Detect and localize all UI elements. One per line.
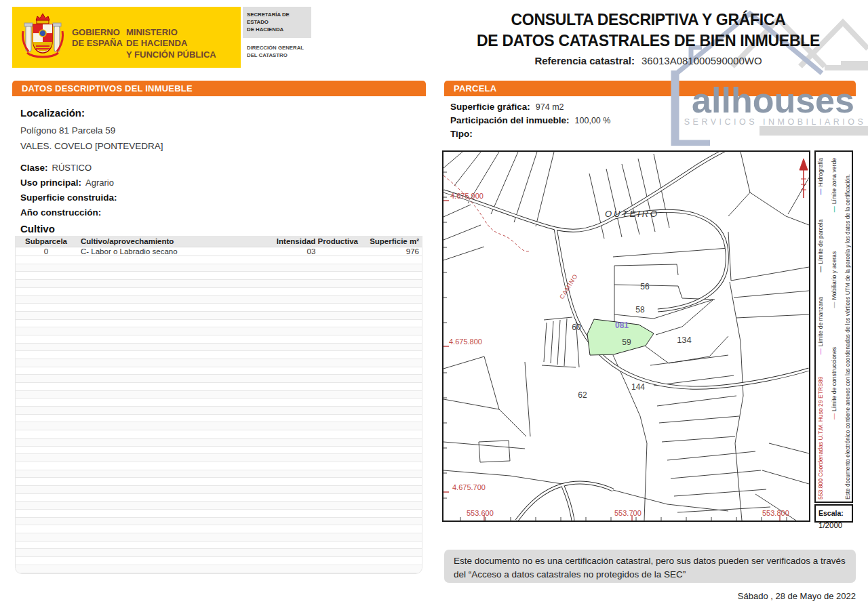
cultivo-empty-row	[16, 422, 422, 430]
legend-entry: —Límite de manzana	[817, 297, 824, 354]
cultivo-cell: 0	[16, 247, 77, 256]
cultivo-empty-row	[16, 454, 422, 462]
superficie-grafica-label: Superficie gráfica:	[450, 102, 530, 112]
legend-swatch-icon: —	[831, 413, 837, 420]
ministerio-label: MINISTERIO DE HACIENDA Y FUNCIÓN PÚBLICA	[126, 27, 216, 60]
col-header-cultivo: Cultivo/aprovechamiento	[77, 236, 260, 247]
cultivo-table-header: Subparcela Cultivo/aprovechamiento Inten…	[16, 236, 422, 247]
legend-swatch-icon: —	[817, 266, 824, 272]
tagline-bar	[760, 126, 868, 136]
parcel-number-58: 58	[635, 305, 645, 314]
cultivo-empty-row	[16, 319, 422, 327]
cultivo-empty-row	[16, 510, 422, 518]
spain-coat-of-arms-icon	[20, 11, 65, 65]
participacion-value: 100,00 %	[575, 116, 611, 125]
cultivo-data-row: 0C- Labor o Labradio secano03976	[16, 247, 422, 256]
legend-entry-label: Mobiliario y aceras	[831, 251, 837, 300]
cultivo-empty-row	[16, 351, 422, 359]
certification-disclaimer: Este documento no es una certificación c…	[444, 550, 856, 583]
subparcel-code-label: 081	[615, 321, 629, 330]
legend-strip: 553.800 Coordenadas U.T.M. Huso 29 ETRS8…	[817, 155, 851, 499]
cultivo-table-body: 0C- Labor o Labradio secano03976	[16, 247, 422, 573]
legend-entry: —Límite de construcciones	[831, 347, 837, 420]
cultivo-empty-row	[16, 280, 422, 288]
field-clase: Clase:RÚSTICO	[20, 163, 92, 173]
cultivo-empty-row	[16, 327, 422, 335]
field-uso-principal: Uso principal:Agrario	[20, 178, 114, 188]
legend-swatch-icon: —	[817, 348, 824, 354]
cadastral-reference-label: Referencia catastral:	[534, 55, 635, 66]
cultivo-empty-row	[16, 485, 422, 493]
cultivo-empty-row	[16, 430, 422, 438]
legend-entry: —Límite de parcela	[817, 220, 824, 272]
address-line2: VALES. COVELO [PONTEVEDRA]	[20, 141, 163, 151]
legend-entry-label: Límite de manzana	[817, 297, 824, 346]
cultivo-empty-row	[16, 335, 422, 343]
cultivo-empty-row	[16, 311, 422, 319]
direccion-general-catastro-label: DIRECCIÓN GENERAL DEL CATASTRO	[247, 45, 304, 60]
legend-swatch-icon: —	[831, 302, 837, 308]
cultivo-empty-row	[16, 414, 422, 422]
cultivo-empty-row	[16, 375, 422, 383]
section-header-parcela: PARCELA	[444, 81, 856, 96]
section-header-datos-descriptivos: DATOS DESCRIPTIVOS DEL INMUEBLE	[12, 81, 426, 96]
cultivo-empty-row	[16, 470, 422, 478]
cultivo-empty-row	[16, 407, 422, 415]
cultivo-empty-row	[16, 438, 422, 446]
secretaria-estado-label: SECRETARÍA DE ESTADO DE HACIENDA	[243, 7, 311, 38]
cultivo-empty-row	[16, 462, 422, 470]
gobierno-label: GOBIERNO DE ESPAÑA	[72, 27, 123, 49]
watermark-tagline: SERVICIOS INMOBILIARIOS	[684, 117, 867, 127]
cultivo-empty-row	[16, 557, 422, 565]
field-superficie-construida: Superficie construida:	[20, 192, 121, 203]
coord-bottom-1: 553.700	[614, 509, 642, 517]
scale-box: Escala: 1/2000	[814, 504, 853, 523]
scale-value: 1/2000	[818, 521, 842, 529]
clase-label: Clase:	[20, 163, 48, 173]
field-participacion: Participación del inmueble:100,00 %	[450, 115, 610, 125]
cultivo-empty-row	[16, 517, 422, 525]
cultivo-cell: C- Labor o Labradio secano	[77, 247, 260, 256]
section-header-em: INMUEBLE	[145, 83, 193, 94]
legend-entry-label: Límite zona verde	[831, 158, 837, 204]
cultivo-empty-row	[16, 272, 422, 280]
parcela-header-label: PARCELA	[454, 83, 496, 94]
cultivo-empty-row	[16, 390, 422, 399]
legend-entry-label: Límite de parcela	[817, 220, 824, 264]
legend-row-2: —Límite de construcciones—Mobiliario y a…	[831, 155, 837, 499]
legend-vertical-note: Este documento electrónico contiene anex…	[844, 155, 851, 499]
parcel-number-59: 59	[622, 338, 631, 347]
document-title: CONSULTA DESCRIPTIVA Y GRÁFICA DE DATOS …	[442, 9, 854, 66]
legend-entry: —Hidrografía	[817, 158, 824, 195]
cultivo-empty-row	[16, 343, 422, 351]
field-superficie-grafica: Superficie gráfica:974 m2	[450, 102, 564, 112]
cultivo-empty-row	[16, 383, 422, 391]
address-line1: Polígono 81 Parcela 59	[20, 125, 115, 136]
coordinate-labels: 4.675.900 4.675.800 4.675.700 553.600 55…	[449, 192, 789, 517]
parcel-number-62: 62	[578, 390, 587, 400]
coord-bottom-0: 553.600	[467, 509, 494, 517]
uso-label: Uso principal:	[20, 178, 81, 188]
cultivo-empty-row	[16, 549, 422, 557]
participacion-label: Participación del inmueble:	[450, 115, 570, 125]
col-header-superficie: Superficie m²	[362, 236, 422, 247]
col-header-subparcela: Subparcela	[16, 236, 77, 247]
legend-swatch-icon: —	[831, 206, 837, 212]
cultivo-empty-row	[16, 493, 422, 502]
parcel-number-56: 56	[640, 282, 650, 291]
legend-entry-label: Hidrografía	[817, 158, 824, 187]
anio-construccion-label: Año construcción:	[20, 207, 101, 218]
cultivo-empty-row	[16, 446, 422, 454]
coord-bottom-2: 553.800	[762, 509, 789, 517]
tipo-label: Tipo:	[450, 129, 473, 139]
cultivo-empty-row	[16, 565, 422, 573]
field-anio-construccion: Año construcción:	[20, 207, 105, 218]
superficie-construida-label: Superficie construida:	[20, 192, 117, 203]
cultivo-empty-row	[16, 502, 422, 510]
cadastral-map: 4.675.900 4.675.800 4.675.700 553.600 55…	[442, 150, 810, 522]
scale-label: Escala:	[818, 509, 844, 517]
legend-entry-label: Límite de construcciones	[831, 347, 837, 411]
title-line2: DE DATOS CATASTRALES DE BIEN INMUEBLE	[442, 30, 854, 52]
uso-value: Agrario	[85, 178, 114, 188]
document-date: Sábado , 28 de Mayo de 2022	[444, 591, 856, 601]
